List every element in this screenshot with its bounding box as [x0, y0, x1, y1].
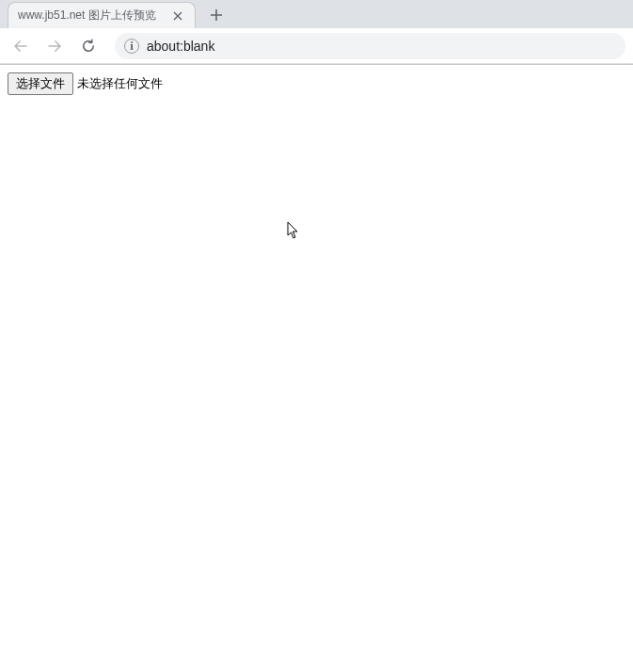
tab-strip: www.jb51.net 图片上传预览	[0, 0, 633, 28]
file-input-row: 选择文件 未选择任何文件	[8, 72, 625, 95]
back-button[interactable]	[8, 33, 34, 59]
plus-icon	[210, 8, 223, 22]
reload-button[interactable]	[75, 33, 102, 59]
url-input[interactable]	[147, 39, 616, 54]
browser-tab[interactable]: www.jb51.net 图片上传预览	[8, 2, 196, 28]
browser-chrome: www.jb51.net 图片上传预览 i	[0, 0, 633, 65]
arrow-left-icon	[12, 38, 29, 55]
address-bar[interactable]: i	[115, 33, 625, 59]
file-status-text: 未选择任何文件	[77, 75, 163, 92]
page-content: 选择文件 未选择任何文件	[0, 65, 633, 103]
close-icon	[173, 11, 182, 21]
mouse-cursor-icon	[287, 221, 300, 240]
forward-button[interactable]	[41, 33, 68, 59]
tab-title: www.jb51.net 图片上传预览	[18, 8, 165, 24]
site-info-icon[interactable]: i	[124, 39, 139, 54]
close-tab-button[interactable]	[170, 8, 185, 24]
arrow-right-icon	[46, 38, 63, 55]
choose-file-button[interactable]: 选择文件	[8, 72, 73, 95]
browser-toolbar: i	[0, 28, 633, 64]
reload-icon	[80, 38, 97, 55]
new-tab-button[interactable]	[203, 2, 229, 28]
